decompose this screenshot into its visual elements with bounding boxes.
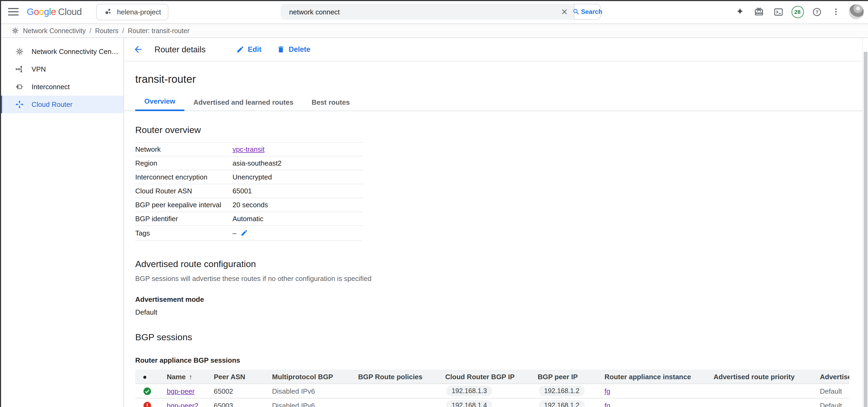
logo-letter: e — [51, 6, 56, 18]
avatar[interactable] — [849, 4, 864, 19]
advertised-route-configuration-description: BGP sessions will advertise these routes… — [135, 275, 868, 282]
cloud-router-bgp-ip-chip: 192.168.1.3 — [446, 386, 492, 396]
search-bar: Search — [281, 4, 601, 20]
bgp-sessions-table: ● Name↑ Peer ASN Multiprotocol BGP BGP R… — [135, 370, 849, 407]
advertise-mode-cell: Default — [820, 401, 849, 407]
edit-tags-pencil-icon[interactable] — [241, 229, 249, 237]
svg-text:?: ? — [815, 9, 818, 15]
advertise-mode-cell: Default — [820, 387, 849, 395]
tab-advertised-and-learned-routes[interactable]: Advertised and learned routes — [184, 93, 303, 111]
bgp-session-link[interactable]: bgp-peer — [167, 387, 194, 395]
kv-label: Tags — [135, 229, 232, 237]
page-header-title: Router details — [154, 44, 206, 54]
router-appliance-instance-link[interactable]: fg — [604, 387, 610, 395]
search-button[interactable]: Search — [574, 4, 601, 20]
bgp-peer-ip-chip: 192.168.1.2 — [539, 386, 585, 396]
kv-label: BGP peer keepalive interval — [135, 201, 232, 209]
sidebar-item-vpn[interactable]: VPN — [0, 60, 123, 78]
notifications-badge[interactable]: 28 — [791, 5, 804, 18]
column-header-cloud-router-bgp-ip[interactable]: Cloud Router BGP IP — [445, 373, 538, 380]
column-header-bgp-route-policies[interactable]: BGP Route policies — [358, 373, 445, 380]
column-header-name[interactable]: Name↑ — [167, 373, 214, 380]
main-panel: Router details Edit Delete transit-route… — [124, 38, 868, 407]
window-edge — [0, 0, 1, 407]
advertisement-mode-value: Default — [135, 308, 868, 316]
delete-button-label: Delete — [289, 45, 310, 54]
search-icon — [572, 8, 580, 15]
clear-search-icon[interactable] — [559, 6, 570, 17]
bgp-session-link[interactable]: bgp-peer2 — [167, 401, 198, 407]
search-field[interactable] — [281, 4, 574, 20]
gemini-sparkle-icon[interactable] — [733, 5, 746, 18]
peer-asn-cell: 65003 — [214, 401, 272, 407]
sidebar-item-network-connectivity-center[interactable]: Network Connectivity Cen… — [0, 43, 123, 60]
cloud-router-bgp-ip-chip: 192.168.1.4 — [446, 400, 492, 407]
edit-pencil-icon — [236, 45, 244, 54]
kv-label: Interconnect encryption — [135, 173, 232, 181]
tab-label: Best routes — [312, 98, 350, 106]
status-error-icon — [143, 401, 152, 407]
menu-icon[interactable] — [8, 8, 19, 15]
vertical-scrollbar[interactable] — [862, 38, 868, 407]
column-header-advertised-route-priority[interactable]: Advertised route priority — [714, 373, 820, 380]
breadcrumb-network-connectivity[interactable]: Network Connectivity — [23, 27, 86, 34]
multiprotocol-bgp-cell: Disabled IPv6 — [272, 387, 358, 395]
table-row: Network vpc-transit — [135, 142, 362, 156]
vertical-scrollbar-thumb[interactable] — [864, 52, 867, 407]
logo-letter: l — [49, 6, 51, 18]
status-column-header-icon: ● — [143, 373, 147, 380]
logo-cloud-text: Cloud — [58, 6, 82, 18]
column-header-multiprotocol-bgp[interactable]: Multiprotocol BGP — [272, 373, 358, 380]
tabs-left-gutter — [124, 93, 135, 110]
table-row: Region asia-southeast2 — [135, 156, 362, 170]
network-connectivity-center-icon — [15, 47, 24, 56]
table-row: Cloud Router ASN 65001 — [135, 184, 362, 198]
column-header-router-appliance-instance[interactable]: Router appliance instance — [604, 373, 714, 380]
sort-ascending-icon: ↑ — [189, 373, 192, 380]
router-name-title: transit-router — [135, 73, 868, 86]
sidebar-nav: Network Connectivity Cen… VPN — [0, 38, 124, 407]
column-header-advertise-clipped[interactable]: Advertise — [820, 373, 849, 380]
help-icon[interactable]: ? — [810, 5, 823, 18]
kv-label: Cloud Router ASN — [135, 187, 232, 195]
vpn-icon — [15, 65, 24, 74]
cloud-router-icon — [15, 100, 24, 109]
network-link[interactable]: vpc-transit — [232, 145, 265, 153]
edit-button[interactable]: Edit — [236, 45, 261, 54]
column-header-peer-asn[interactable]: Peer ASN — [214, 373, 272, 380]
project-selector[interactable]: helena-project — [96, 3, 168, 20]
tab-best-routes[interactable]: Best routes — [303, 93, 359, 111]
logo-letter: G — [27, 6, 34, 18]
sidebar-item-interconnect[interactable]: Interconnect — [0, 78, 123, 96]
column-header-bgp-peer-ip[interactable]: BGP peer IP — [538, 373, 604, 380]
search-button-label: Search — [581, 8, 602, 15]
advertisement-mode-label: Advertisement mode — [135, 295, 868, 303]
breadcrumb-routers[interactable]: Routers — [95, 27, 119, 34]
delete-trash-icon — [277, 45, 285, 54]
free-trial-gift-icon[interactable] — [752, 5, 765, 18]
app-shell: Network Connectivity Cen… VPN — [0, 38, 868, 407]
more-options-icon[interactable] — [830, 5, 842, 18]
sidebar-item-cloud-router[interactable]: Cloud Router — [0, 96, 123, 113]
table-row: BGP identifier Automatic — [135, 211, 362, 226]
router-overview-table: Network vpc-transit Region asia-southeas… — [135, 142, 362, 241]
tab-label: Overview — [144, 97, 175, 105]
delete-button[interactable]: Delete — [277, 45, 310, 54]
logo-letter: o — [39, 6, 44, 18]
project-hexagons-icon — [104, 7, 112, 16]
notification-count: 28 — [791, 6, 804, 18]
bgp-peer-ip-chip: 192.168.1.2 — [539, 400, 585, 407]
breadcrumb-separator: / — [122, 27, 124, 34]
router-appliance-instance-link[interactable]: fg — [604, 401, 610, 407]
kv-label: Network — [135, 145, 232, 153]
kv-label: Region — [135, 159, 232, 167]
tab-overview[interactable]: Overview — [135, 93, 184, 111]
back-arrow-button[interactable] — [131, 43, 144, 56]
advertised-route-configuration-heading: Advertised route configuration — [135, 259, 868, 270]
project-name: helena-project — [117, 8, 161, 16]
google-cloud-logo[interactable]: Google Cloud — [27, 6, 82, 18]
sidebar-item-label: VPN — [32, 65, 46, 73]
search-input[interactable] — [288, 7, 559, 16]
cloud-shell-icon[interactable] — [772, 5, 785, 18]
breadcrumb-current: Router: transit-router — [128, 27, 189, 34]
